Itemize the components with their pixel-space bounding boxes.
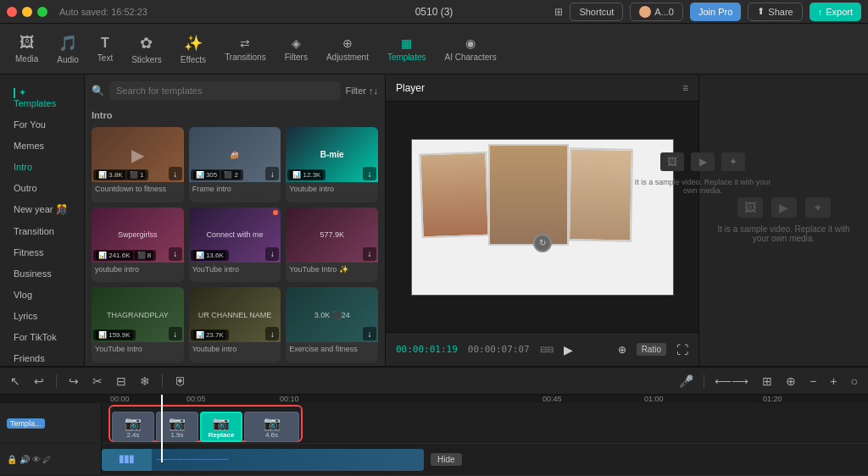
close-button[interactable] xyxy=(7,7,17,17)
titlebar-actions: ⊞ Shortcut A...0 Join Pro ⬆ Share ↑ Expo… xyxy=(554,3,861,21)
minus-button[interactable]: − xyxy=(806,373,820,390)
player-menu-icon[interactable]: ≡ xyxy=(682,82,688,94)
track-content-video[interactable]: 📷 2.4s 📷 1.9s 📷 Replace xyxy=(102,403,868,443)
user-button[interactable]: A...0 xyxy=(630,3,683,21)
templates-search-bar: 🔍 Filter ↑↓ xyxy=(85,75,385,107)
clip-4[interactable]: 📷 4.6s xyxy=(244,412,299,442)
plus-button[interactable]: + xyxy=(826,373,840,390)
sidebar-item-for-you[interactable]: For You xyxy=(3,114,81,135)
shield-tool[interactable]: ⛨ xyxy=(171,373,190,390)
download-button[interactable]: ↓ xyxy=(363,247,376,261)
timeline: ↖ ↩ ↪ ✂ ⊟ ❄ ⛨ 🎤 ⟵⟶ ⊞ ⊕ − + ○ 00:00 00:05… xyxy=(0,366,868,476)
download-button[interactable]: ↓ xyxy=(169,247,182,261)
toolbar: 🖼 Media 🎵 Audio T Text ✿ Stickers ✨ Effe… xyxy=(0,24,868,75)
ratio-button[interactable]: Ratio xyxy=(637,343,666,356)
download-button[interactable]: ↓ xyxy=(265,247,279,261)
stickers-icon: ✿ xyxy=(140,34,153,53)
crop-button[interactable]: ⊕ xyxy=(618,344,626,356)
template-label: Youtube intro xyxy=(286,182,378,196)
list-item[interactable]: 577.9K ↓ YouTube Intro ✨ xyxy=(286,208,378,283)
filter-button[interactable]: Filter ↑↓ xyxy=(346,86,379,96)
grid-icon-btn[interactable]: ⊞ xyxy=(554,6,563,18)
redo-button[interactable]: ↪ xyxy=(65,373,82,390)
play-button[interactable]: ▶ xyxy=(564,343,573,357)
export-button[interactable]: ↑ Export xyxy=(810,3,861,21)
join-pro-button[interactable]: Join Pro xyxy=(690,3,741,21)
freeze-tool[interactable]: ❄ xyxy=(136,373,153,390)
zoom-out-button[interactable]: ⟵⟶ xyxy=(711,373,752,390)
sidebar-item-outro[interactable]: Outro xyxy=(3,178,81,198)
stat-views: 📊 13.6K xyxy=(193,251,226,260)
sidebar-item-intro[interactable]: Intro xyxy=(3,157,81,177)
tool-media[interactable]: 🖼 Media xyxy=(7,30,47,67)
tool-text[interactable]: T Text xyxy=(89,32,121,66)
avatar xyxy=(639,6,651,18)
timeline-cursor xyxy=(161,395,163,462)
tool-effects[interactable]: ✨ Effects xyxy=(172,30,214,68)
hide-button[interactable]: Hide xyxy=(431,453,462,466)
list-item[interactable]: Swpergirlss 📊 241.6K ⬛ 8 ↓ youtube intro xyxy=(92,208,184,283)
clip-duration: 1.9s xyxy=(170,431,183,439)
divider-2 xyxy=(162,374,163,388)
clip-3-replace[interactable]: 📷 Replace xyxy=(200,412,242,442)
fullscreen-button[interactable]: ⛶ xyxy=(676,343,688,357)
divider-3 xyxy=(704,374,704,388)
stat-layers: ⬛ 1 xyxy=(127,170,147,180)
list-item[interactable]: 3.0K ⬛24 ↓ Exercise and fitness xyxy=(286,287,378,363)
sidebar-item-fitness[interactable]: Fitness xyxy=(3,242,81,263)
clip-1[interactable]: 📷 2.4s xyxy=(112,412,154,442)
clip-selection-box: 📷 2.4s 📷 1.9s 📷 Replace xyxy=(108,405,303,442)
mic-button[interactable]: 🎤 xyxy=(676,373,697,390)
stat-views: 📊 241.6K xyxy=(96,251,133,260)
track-content-audio[interactable]: ▊▊▊ ~~~~~~~~~~~~~~~~~~~~~ Hide xyxy=(102,444,868,475)
split-tool[interactable]: ⊟ xyxy=(113,373,130,390)
templates-panel: 🔍 Filter ↑↓ Intro ▶ 📊 3.8K ⬛ 1 ↓ Countdo… xyxy=(85,75,386,366)
snap-button[interactable]: ⊞ xyxy=(759,373,776,390)
cut-tool[interactable]: ✂ xyxy=(89,373,106,390)
tool-stickers[interactable]: ✿ Stickers xyxy=(123,30,170,68)
list-item[interactable]: Connect with me 📊 13.6K ↓ YouTube intro xyxy=(189,208,281,283)
tool-transitions[interactable]: ⇄ Transitions xyxy=(216,33,275,65)
download-button[interactable]: ↓ xyxy=(363,167,376,180)
sidebar-item-business[interactable]: Business xyxy=(3,263,81,284)
minimize-button[interactable] xyxy=(22,7,32,17)
sidebar-item-vlog[interactable]: Vlog xyxy=(3,285,81,305)
sidebar-item-templates[interactable]: ✦ Templates xyxy=(3,82,81,113)
tool-filters[interactable]: ◈ Filters xyxy=(276,33,316,65)
sidebar-item-transition[interactable]: Transition xyxy=(3,221,81,241)
list-item[interactable]: ▶ 📊 3.8K ⬛ 1 ↓ Countdown to fitness xyxy=(92,127,184,202)
list-item[interactable]: B-mie 📊 12.3K ↓ Youtube intro xyxy=(286,127,378,202)
share-button[interactable]: ⬆ Share xyxy=(748,3,802,21)
sidebar-item-lyrics[interactable]: Lyrics xyxy=(3,306,81,326)
list-item[interactable]: THAGRANDPLAY 📊 159.9K ↓ YouTube Intro xyxy=(92,287,184,363)
clip-icon: 📷 xyxy=(125,415,142,431)
list-item[interactable]: 🍰 📊 305 ⬛ 2 ↓ Frame intro xyxy=(189,127,281,202)
resize-handle[interactable]: ↻ xyxy=(533,234,552,252)
track-label-audio: 🔒 🔊 👁 🖊 xyxy=(0,444,102,475)
sidebar-item-for-tiktok[interactable]: For TikTok xyxy=(3,327,81,347)
search-input[interactable] xyxy=(109,81,341,100)
download-button[interactable]: ↓ xyxy=(169,327,182,340)
select-tool[interactable]: ↖ xyxy=(7,373,24,390)
sidebar-item-friends[interactable]: Friends xyxy=(3,348,81,366)
sidebar-item-new-year[interactable]: New year 🎊 xyxy=(3,199,81,220)
search-icon: 🔍 xyxy=(92,85,104,97)
download-button[interactable]: ↓ xyxy=(363,327,376,340)
download-button[interactable]: ↓ xyxy=(265,327,279,340)
more-button[interactable]: ○ xyxy=(848,373,861,390)
tool-adjustment[interactable]: ⊕ Adjustment xyxy=(318,33,377,65)
magnet-button[interactable]: ⊕ xyxy=(782,373,799,390)
undo-button[interactable]: ↩ xyxy=(31,373,47,390)
shortcut-button[interactable]: Shortcut xyxy=(570,3,623,21)
audio-clip[interactable]: ▊▊▊ ~~~~~~~~~~~~~~~~~~~~~ xyxy=(102,449,424,471)
photo-frame-1 xyxy=(419,151,489,238)
sidebar-item-memes[interactable]: Memes xyxy=(3,136,81,156)
sample-placeholder: 🖼 ▶ ✦ It is a sample video. Replace it w… xyxy=(631,119,775,229)
download-button[interactable]: ↓ xyxy=(265,167,279,180)
download-button[interactable]: ↓ xyxy=(169,167,182,180)
tool-ai-characters[interactable]: ◉ AI Characters xyxy=(437,33,505,65)
tool-templates[interactable]: ▦ Templates xyxy=(379,33,435,65)
tool-audio[interactable]: 🎵 Audio xyxy=(48,30,87,68)
list-item[interactable]: UR CHANNEL NAME 📊 23.7K ↓ Youtube intro xyxy=(189,287,281,363)
maximize-button[interactable] xyxy=(37,7,47,17)
